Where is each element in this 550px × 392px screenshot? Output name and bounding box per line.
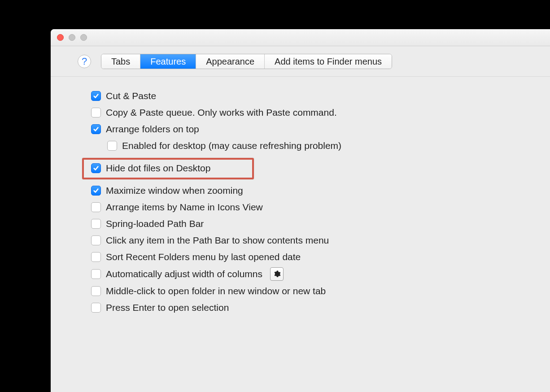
zoom-window-button[interactable]	[80, 34, 87, 41]
option-label: Copy & Paste queue. Only works with Past…	[106, 106, 337, 119]
option-label: Sort Recent Folders menu by last opened …	[106, 251, 301, 263]
checkbox-sort-recent-folders[interactable]	[91, 252, 101, 262]
option-label: Spring-loaded Path Bar	[106, 218, 204, 230]
option-arrange-folders-on-top: Arrange folders on top	[91, 123, 528, 135]
help-icon: ?	[82, 56, 87, 67]
tab-tabs[interactable]: Tabs	[101, 54, 140, 69]
option-label: Automatically adjust width of columns	[106, 268, 262, 280]
checkbox-enter-open-selection[interactable]	[91, 303, 101, 313]
option-pathbar-contents-menu: Click any item in the Path Bar to show c…	[91, 234, 528, 247]
tab-features[interactable]: Features	[140, 54, 196, 69]
checkbox-arrange-by-name[interactable]	[91, 202, 101, 212]
option-label: Cut & Paste	[106, 90, 156, 102]
checkbox-hide-dot-files[interactable]	[91, 163, 101, 173]
checkbox-middle-click-open[interactable]	[91, 286, 101, 296]
checkbox-copy-paste-queue[interactable]	[91, 108, 101, 118]
option-hide-dot-files: Hide dot files on Desktop	[91, 162, 528, 174]
close-window-button[interactable]	[57, 34, 64, 41]
titlebar	[51, 29, 550, 46]
tab-bar: Tabs Features Appearance Add items to Fi…	[101, 54, 392, 69]
checkbox-enabled-for-desktop[interactable]	[107, 141, 117, 151]
option-maximize-window-zoom: Maximize window when zooming	[91, 184, 528, 197]
checkbox-pathbar-contents-menu[interactable]	[91, 235, 101, 245]
option-auto-adjust-column-width: Automatically adjust width of columns	[91, 267, 528, 281]
option-label: Enabled for desktop (may cause refreshin…	[122, 139, 341, 152]
help-button[interactable]: ?	[78, 55, 91, 68]
option-middle-click-open: Middle-click to open folder in new windo…	[91, 285, 528, 297]
toolbar: ? Tabs Features Appearance Add items to …	[51, 46, 550, 77]
option-label: Arrange folders on top	[106, 123, 199, 135]
checkbox-arrange-folders-on-top[interactable]	[91, 124, 101, 134]
features-pane: Cut & Paste Copy & Paste queue. Only wor…	[51, 77, 550, 327]
checkbox-cut-paste[interactable]	[91, 91, 101, 101]
minimize-window-button[interactable]	[69, 34, 75, 41]
option-label: Click any item in the Path Bar to show c…	[106, 234, 329, 247]
gear-icon	[273, 270, 281, 278]
checkbox-auto-adjust-column-width[interactable]	[91, 269, 101, 279]
option-label: Maximize window when zooming	[106, 184, 243, 197]
column-width-settings-button[interactable]	[270, 267, 284, 281]
option-label: Hide dot files on Desktop	[106, 162, 210, 174]
checkbox-spring-loaded-path-bar[interactable]	[91, 219, 101, 229]
option-spring-loaded-path-bar: Spring-loaded Path Bar	[91, 218, 528, 230]
checkbox-maximize-window-zoom[interactable]	[91, 186, 101, 196]
option-sort-recent-folders: Sort Recent Folders menu by last opened …	[91, 251, 528, 263]
tab-add-items-to-finder-menus[interactable]: Add items to Finder menus	[265, 54, 392, 69]
option-copy-paste-queue: Copy & Paste queue. Only works with Past…	[91, 106, 528, 119]
option-enabled-for-desktop: Enabled for desktop (may cause refreshin…	[107, 139, 528, 152]
option-arrange-by-name: Arrange items by Name in Icons View	[91, 201, 528, 213]
tab-appearance[interactable]: Appearance	[196, 54, 265, 69]
option-label: Arrange items by Name in Icons View	[106, 201, 263, 213]
option-label: Press Enter to open selection	[106, 301, 229, 314]
preferences-window: ? Tabs Features Appearance Add items to …	[51, 29, 550, 392]
option-label: Middle-click to open folder in new windo…	[106, 285, 326, 297]
option-enter-open-selection: Press Enter to open selection	[91, 301, 528, 314]
option-cut-paste: Cut & Paste	[91, 90, 528, 102]
